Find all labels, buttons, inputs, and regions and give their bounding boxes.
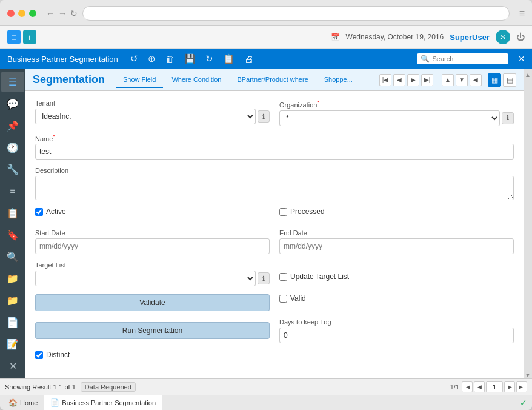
app-icon-info[interactable]: i bbox=[23, 30, 36, 44]
page-title: Segmentation bbox=[33, 73, 105, 86]
tenant-select-wrap: IdeasInc. ℹ bbox=[35, 109, 270, 124]
form-row-run-segmentation: Run Segmentation Days to keep Log bbox=[35, 318, 514, 343]
tab-bpartner-product[interactable]: BPartner/Product where bbox=[230, 72, 315, 88]
tab-show-field[interactable]: Show Field bbox=[116, 72, 163, 88]
app-header-right: 📅 Wednesday, October 19, 2016 SuperUser … bbox=[331, 30, 525, 44]
form-row-active-processed: Active Processed bbox=[35, 207, 514, 222]
scroll-track[interactable] bbox=[525, 79, 531, 371]
print-button[interactable]: 🖨 bbox=[242, 53, 256, 66]
form-row-target-list: Target List ℹ Update Target List bbox=[35, 261, 514, 287]
content-area: Segmentation Show Field Where Condition … bbox=[25, 69, 524, 378]
refresh-button[interactable]: ↻ bbox=[70, 8, 78, 18]
tenant-info-button[interactable]: ℹ bbox=[258, 110, 270, 123]
minimize-window-button[interactable] bbox=[18, 10, 25, 17]
delete-button[interactable]: 🗑 bbox=[163, 53, 177, 66]
expand-button[interactable]: ▼ bbox=[456, 74, 468, 86]
start-date-input[interactable] bbox=[35, 238, 270, 254]
sidebar-item-clipboard[interactable]: 📋 bbox=[1, 203, 24, 223]
maximize-window-button[interactable] bbox=[29, 10, 36, 17]
sidebar-item-doc[interactable]: 📄 bbox=[1, 312, 24, 332]
collapse-left-button[interactable]: ◀ bbox=[470, 74, 482, 86]
sidebar-item-bookmark[interactable]: 🔖 bbox=[1, 224, 24, 245]
main-toolbar: Business Partner Segmentation ↺ ⊕ 🗑 💾 ↻ … bbox=[0, 49, 532, 69]
forward-button[interactable]: → bbox=[58, 8, 67, 18]
user-avatar[interactable]: S bbox=[496, 30, 510, 44]
undo-button[interactable]: ↺ bbox=[128, 52, 141, 66]
sidebar-item-edit[interactable]: 📝 bbox=[1, 334, 24, 354]
target-list-info-button[interactable]: ℹ bbox=[258, 272, 270, 284]
distinct-checkbox[interactable] bbox=[35, 351, 43, 359]
footer-tab-home[interactable]: 🏠 Home bbox=[2, 395, 44, 410]
browser-titlebar: ← → ↻ ≡ bbox=[0, 0, 532, 26]
sidebar-item-folder2[interactable]: 📁 bbox=[1, 290, 24, 311]
segmentation-tab-label: Business Partner Segmentation bbox=[62, 399, 156, 406]
tab-where-condition[interactable]: Where Condition bbox=[164, 72, 228, 88]
power-icon[interactable]: ⏻ bbox=[516, 32, 525, 42]
processed-label: Processed bbox=[290, 207, 325, 216]
search-input[interactable] bbox=[432, 55, 505, 62]
update-target-list-label: Update Target List bbox=[290, 272, 349, 281]
tenant-select[interactable]: IdeasInc. bbox=[35, 109, 256, 124]
form-view-button[interactable]: ▤ bbox=[503, 73, 516, 87]
toolbar-search[interactable]: 🔍 bbox=[417, 53, 508, 64]
sidebar-item-search[interactable]: 🔍 bbox=[1, 246, 24, 267]
tab-shoppe[interactable]: Shoppe... bbox=[317, 72, 360, 88]
search-icon: 🔍 bbox=[421, 55, 430, 63]
active-checkbox[interactable] bbox=[35, 208, 43, 216]
nav-last-button[interactable]: ▶| bbox=[421, 74, 433, 86]
page-next-button[interactable]: ▶ bbox=[504, 381, 515, 392]
org-select[interactable]: * bbox=[279, 110, 500, 126]
nav-prev-button[interactable]: ◀ bbox=[393, 74, 405, 86]
form-area: Tenant IdeasInc. ℹ Organization* bbox=[25, 91, 524, 378]
refresh-button[interactable]: ↻ bbox=[203, 52, 216, 66]
days-log-input[interactable] bbox=[279, 328, 514, 343]
sidebar-item-menu[interactable]: ☰ bbox=[1, 72, 24, 92]
app-header: □ i 📅 Wednesday, October 19, 2016 SuperU… bbox=[0, 26, 532, 49]
toolbar-separator bbox=[262, 53, 262, 64]
nav-next-button[interactable]: ▶ bbox=[407, 74, 419, 86]
sidebar-item-pin[interactable]: 📌 bbox=[1, 115, 24, 136]
grid-view-button[interactable]: ▦ bbox=[488, 73, 501, 87]
browser-menu-icon[interactable]: ≡ bbox=[519, 8, 525, 19]
page-prev-button[interactable]: ◀ bbox=[474, 381, 485, 392]
end-date-label: End Date bbox=[279, 229, 514, 237]
sidebar-item-clock[interactable]: 🕐 bbox=[1, 137, 24, 158]
processed-checkbox[interactable] bbox=[279, 208, 287, 216]
browser-nav: ← → ↻ bbox=[46, 8, 78, 18]
save-button[interactable]: 💾 bbox=[182, 52, 198, 66]
description-input[interactable] bbox=[35, 176, 514, 200]
sidebar-item-list[interactable]: ≡ bbox=[1, 181, 24, 201]
sidebar-item-close[interactable]: ✕ bbox=[1, 355, 24, 376]
page-number-input[interactable] bbox=[486, 381, 503, 392]
distinct-label: Distinct bbox=[46, 351, 70, 359]
sidebar-item-wrench[interactable]: 🔧 bbox=[1, 159, 24, 180]
right-scrollbar[interactable]: ▲ ▼ bbox=[524, 69, 532, 378]
update-target-list-checkbox[interactable] bbox=[279, 273, 287, 281]
back-button[interactable]: ← bbox=[46, 8, 55, 18]
footer-tab-segmentation[interactable]: 📄 Business Partner Segmentation bbox=[44, 395, 162, 410]
export-button[interactable]: 📋 bbox=[221, 52, 237, 66]
form-group-target-list: Target List ℹ bbox=[35, 261, 270, 287]
form-row-name: Name* bbox=[35, 133, 514, 160]
target-list-select[interactable] bbox=[35, 271, 256, 286]
collapse-button[interactable]: ▲ bbox=[442, 74, 454, 86]
end-date-input[interactable] bbox=[279, 238, 514, 254]
sidebar-item-chat[interactable]: 💬 bbox=[1, 93, 24, 114]
nav-first-button[interactable]: |◀ bbox=[379, 74, 391, 86]
form-group-run-btn: Run Segmentation bbox=[35, 318, 270, 343]
run-segmentation-button[interactable]: Run Segmentation bbox=[35, 322, 270, 339]
close-button[interactable]: × bbox=[518, 53, 525, 66]
page-last-button[interactable]: ▶| bbox=[516, 381, 527, 392]
name-input[interactable] bbox=[35, 144, 514, 160]
valid-checkbox[interactable] bbox=[279, 295, 287, 303]
app-icon-document[interactable]: □ bbox=[7, 30, 21, 44]
scroll-up-arrow[interactable]: ▲ bbox=[525, 72, 531, 78]
add-button[interactable]: ⊕ bbox=[145, 52, 158, 66]
scroll-down-arrow[interactable]: ▼ bbox=[525, 372, 531, 378]
org-info-button[interactable]: ℹ bbox=[502, 112, 514, 124]
validate-button[interactable]: Validate bbox=[35, 294, 270, 311]
address-bar[interactable] bbox=[82, 6, 510, 21]
page-first-button[interactable]: |◀ bbox=[462, 381, 473, 392]
sidebar-item-folder1[interactable]: 📁 bbox=[1, 268, 24, 289]
close-window-button[interactable] bbox=[7, 10, 15, 17]
